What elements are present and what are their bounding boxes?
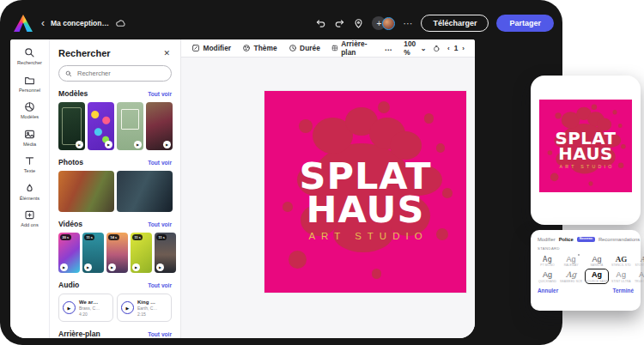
template-thumbnail[interactable]: ▶ [117, 102, 143, 150]
tab-modify[interactable]: Modifier [538, 237, 556, 242]
see-all-link-background[interactable]: Tout voir [148, 331, 172, 337]
sidebar-item-label: Éléments [20, 196, 39, 201]
font-option[interactable]: Ag STINT ULTRA [611, 269, 632, 284]
font-sample: Ag [538, 270, 556, 279]
video-thumbnail[interactable]: 11 s ▶ [82, 233, 104, 273]
font-name: SOURCE SANS [586, 280, 608, 283]
template-thumbnail[interactable]: ▶ [146, 102, 173, 150]
play-icon[interactable]: ▶ [108, 263, 116, 271]
font-option[interactable]: Ay STORYBOOK [634, 252, 644, 268]
video-thumbnail[interactable]: 11 s ▶ [131, 233, 152, 273]
play-icon[interactable]: ▶ [60, 263, 68, 271]
photo-thumbnail[interactable] [58, 171, 114, 212]
video-duration-badge: 11 s [132, 234, 143, 240]
video-thumbnail[interactable]: 20 s ▶ [58, 233, 80, 273]
see-all-link-audio[interactable]: Tout voir [148, 282, 172, 288]
modify-button[interactable]: Modifier [191, 44, 231, 52]
sidebar-item-label: Personnel [19, 88, 40, 93]
play-icon[interactable]: ▶ [132, 263, 140, 271]
play-icon[interactable]: ▶ [163, 141, 171, 148]
left-rail: Rechercher Personnel Modèles Média Texte… [10, 39, 50, 338]
font-sample: Ag [586, 270, 608, 279]
background-button[interactable]: Arrière-plan [331, 39, 374, 57]
font-name: PT MONO [538, 263, 556, 267]
adobe-express-logo-icon[interactable] [14, 15, 33, 32]
toolbar-more-icon[interactable]: … [385, 44, 393, 52]
sidebar-item-media[interactable]: Média [23, 129, 36, 147]
audio-card[interactable]: ▶ King … Earth, C… 2:15 [117, 294, 172, 322]
theme-button[interactable]: Thème [242, 44, 277, 52]
sidebar-item-personal[interactable]: Personnel [19, 75, 40, 93]
addons-icon [24, 209, 35, 221]
play-icon[interactable]: ▶ [76, 141, 83, 148]
user-avatar[interactable] [382, 17, 395, 30]
header-more-icon[interactable]: ⋯ [403, 18, 413, 29]
document-title[interactable]: Ma conception… [51, 19, 109, 27]
share-button[interactable]: Partager [496, 15, 554, 32]
app-window: ‹ Ma conception… + ⋯ Télécharger Partage… [0, 0, 562, 345]
font-option[interactable]: AG TRUE NORTH [634, 269, 644, 284]
done-button[interactable]: Terminé [613, 288, 634, 294]
media-icon [24, 129, 35, 140]
template-thumbnail[interactable]: ▶ [58, 102, 85, 150]
play-icon[interactable]: ▶ [105, 141, 112, 148]
collaborators-cluster[interactable]: + [372, 16, 395, 30]
font-option[interactable]: Ag PT MONO [538, 252, 557, 268]
font-option[interactable]: AG STENCIL STD [611, 252, 632, 268]
play-icon[interactable]: ▶ [84, 263, 92, 271]
tab-font[interactable]: Police [559, 237, 574, 242]
design-canvas[interactable]: SPLAT HAUS ART STUDIO [264, 91, 466, 293]
font-sample: AG [611, 255, 631, 263]
template-thumbnail[interactable]: ▶ [88, 102, 114, 150]
cancel-button[interactable]: Annuler [538, 288, 558, 294]
back-chevron-icon[interactable]: ‹ [41, 18, 45, 28]
font-option[interactable]: Ag QUICKSAND [538, 269, 557, 284]
redo-icon[interactable] [334, 18, 345, 29]
play-icon[interactable]: ▶ [156, 263, 164, 271]
font-sample: Ay [635, 255, 644, 263]
play-icon[interactable]: ▶ [63, 301, 76, 314]
next-page-icon[interactable]: › [462, 45, 465, 52]
download-button[interactable]: Télécharger [421, 15, 489, 32]
prev-page-icon[interactable]: ‹ [447, 45, 450, 52]
sidebar-item-elements[interactable]: Éléments [20, 183, 39, 201]
audio-duration: 2:15 [137, 312, 157, 317]
timer-icon[interactable] [433, 44, 440, 53]
comment-pin-icon[interactable] [353, 18, 364, 29]
font-option-selected[interactable]: Ag SOURCE SANS [585, 269, 609, 284]
editor-toolbar: Modifier Thème Durée Arrière-plan … [181, 39, 475, 58]
font-option[interactable]: Ag SEAWEED SCR [559, 269, 583, 284]
sidebar-item-search[interactable]: Rechercher [17, 47, 42, 65]
font-option[interactable]: Ag SANSITA [585, 252, 609, 268]
sidebar-item-templates[interactable]: Modèles [21, 101, 39, 119]
duration-button[interactable]: Durée [289, 44, 320, 52]
audio-card[interactable]: ▶ We ar… Brass, C… 4:20 [58, 294, 113, 322]
font-option[interactable]: Ag RALEWAY [559, 252, 583, 268]
audio-subtitle: Earth, C… [137, 306, 157, 311]
zoom-control[interactable]: 100 % ⌄ [404, 39, 426, 57]
video-thumbnail[interactable]: 11 s ▶ [155, 233, 176, 273]
play-icon[interactable]: ▶ [134, 141, 142, 148]
font-name: TRUE NORTH [635, 280, 644, 283]
sidebar-item-addons[interactable]: Add ons [21, 209, 39, 227]
play-icon[interactable]: ▶ [121, 301, 134, 314]
sidebar-item-label: Add ons [21, 222, 39, 227]
sidebar-item-text[interactable]: Texte [24, 155, 35, 173]
close-icon[interactable]: ✕ [161, 47, 172, 59]
font-name: STINT ULTRA [611, 280, 631, 283]
see-all-link-templates[interactable]: Tout voir [148, 91, 172, 97]
zoom-value: 100 % [404, 39, 417, 57]
video-duration-badge: 11 s [84, 234, 94, 240]
search-icon [65, 70, 72, 77]
see-all-link-videos[interactable]: Tout voir [148, 221, 172, 227]
photo-thumbnail[interactable] [117, 171, 173, 212]
video-thumbnail[interactable]: 14 s ▶ [106, 233, 128, 273]
font-sample: AG [635, 270, 644, 279]
undo-icon[interactable] [315, 18, 326, 29]
font-name: SEAWEED SCR [560, 280, 582, 283]
search-input-box[interactable] [58, 65, 172, 82]
tab-recommendations[interactable]: Recommandations [598, 237, 640, 242]
see-all-link-photos[interactable]: Tout voir [148, 160, 172, 166]
search-input[interactable] [76, 69, 165, 78]
theme-label: Thème [254, 44, 277, 52]
